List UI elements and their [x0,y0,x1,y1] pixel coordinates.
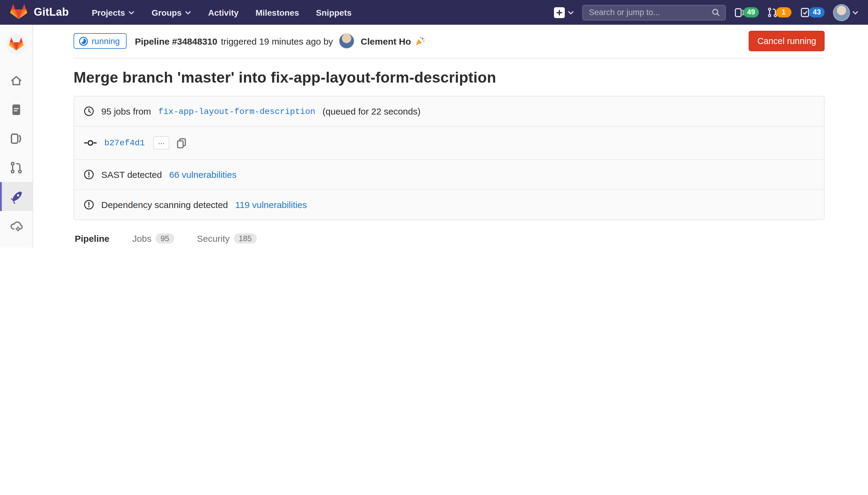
page-title: Merge branch 'master' into fix-app-layou… [73,69,824,86]
author-avatar[interactable] [339,33,355,49]
tab-security[interactable]: Security185 [196,226,258,248]
pipeline-info-card: 95 jobs from fix-app-layout-form-descrip… [73,96,824,220]
alert-icon [84,169,94,180]
dependency-vulnerabilities-link[interactable]: 119 vulnerabilities [235,200,307,210]
sast-text: SAST detected [101,169,162,180]
chevron-down-icon [852,11,858,14]
nav-item-projects[interactable]: Projects [84,4,142,21]
party-popper-icon [415,36,425,46]
search-icon [711,8,720,17]
nav-menu: Projects Groups Activity Milestones Snip… [84,4,359,21]
sidebar-item-project-overview[interactable] [0,66,33,95]
left-sidebar [0,25,33,248]
chevron-down-icon [129,11,135,14]
nav-right: 49 1 43 [554,4,858,21]
branch-link[interactable]: fix-app-layout-form-description [158,106,315,116]
sidebar-item-repository[interactable] [0,95,33,124]
sast-vulnerabilities-link[interactable]: 66 vulnerabilities [169,169,236,180]
project-avatar[interactable] [6,34,27,54]
commit-icon [84,139,97,147]
search-input[interactable] [588,7,711,17]
commit-sha-link[interactable]: b27ef4d1 [104,138,145,148]
rocket-icon [9,190,23,204]
merge-requests-count-badge: 1 [776,7,792,17]
triggered-text: triggered 19 minutes ago by [221,36,333,46]
cloud-gear-icon [9,219,23,233]
main-area: running Pipeline #34848310 triggered 19 … [33,25,868,248]
dependency-row: Dependency scanning detected 119 vulnera… [74,189,824,220]
issues-count-badge: 49 [743,7,759,17]
running-status-icon [79,36,88,46]
sast-row: SAST detected 66 vulnerabilities [74,159,824,189]
gitlab-pipeline-page: GitLab Projects Groups Activity Mileston… [0,0,868,248]
pipeline-header: running Pipeline #34848310 triggered 19 … [73,25,824,58]
sidebar-item-merge-requests[interactable] [0,153,33,182]
copy-icon [177,138,186,148]
nav-item-milestones[interactable]: Milestones [248,4,307,21]
project-tanuki-icon [8,36,24,52]
new-menu-button[interactable] [554,7,574,18]
gitlab-home-link[interactable]: GitLab [10,2,69,23]
home-icon [10,74,23,87]
status-label: running [92,36,120,46]
dependency-text: Dependency scanning detected [101,200,228,210]
pipeline-id: Pipeline #34848310 [135,36,217,46]
nav-item-groups[interactable]: Groups [144,4,198,21]
pipeline-tabs: Pipeline Jobs95 Security185 [73,226,824,248]
clock-icon [84,106,94,116]
tab-jobs[interactable]: Jobs95 [131,226,175,248]
sidebar-item-environments[interactable] [0,240,33,248]
sidebar-item-ci-cd[interactable] [0,182,33,211]
alert-icon [84,200,94,210]
commit-row: b27ef4d1 ... [74,126,824,159]
chevron-down-icon [185,11,191,14]
nav-item-snippets[interactable]: Snippets [309,4,359,21]
todos-count-badge: 43 [809,7,824,17]
author-name[interactable]: Clement Ho [361,36,411,46]
sidebar-item-issues[interactable] [0,124,33,153]
nav-item-activity[interactable]: Activity [201,4,246,21]
queued-text: (queued for 22 seconds) [323,106,420,116]
copy-commit-button[interactable] [177,138,186,148]
commit-description-toggle[interactable]: ... [153,136,169,150]
cancel-running-button[interactable]: Cancel running [749,31,824,51]
jobs-tab-badge: 95 [156,233,174,243]
plus-icon [554,7,565,18]
jobs-count-text: 95 jobs from [101,106,151,116]
top-nav: GitLab Projects Groups Activity Mileston… [0,0,868,25]
file-icon [10,103,22,116]
user-menu-button[interactable] [833,4,858,21]
security-tab-badge: 185 [234,233,257,243]
merge-request-icon [10,161,23,174]
merge-requests-count-button[interactable]: 1 [767,7,792,17]
jobs-info-row: 95 jobs from fix-app-layout-form-descrip… [74,97,824,126]
issues-icon [10,132,23,145]
pipeline-status-badge[interactable]: running [73,33,126,49]
gitlab-tanuki-icon [10,2,28,23]
tab-pipeline[interactable]: Pipeline [73,226,110,248]
chevron-down-icon [568,11,574,14]
issues-count-button[interactable]: 49 [734,7,759,18]
user-avatar [833,4,850,21]
sidebar-item-operations[interactable] [0,211,33,240]
search-box [582,4,726,20]
todos-count-button[interactable]: 43 [800,7,824,18]
brand-name: GitLab [34,6,69,19]
